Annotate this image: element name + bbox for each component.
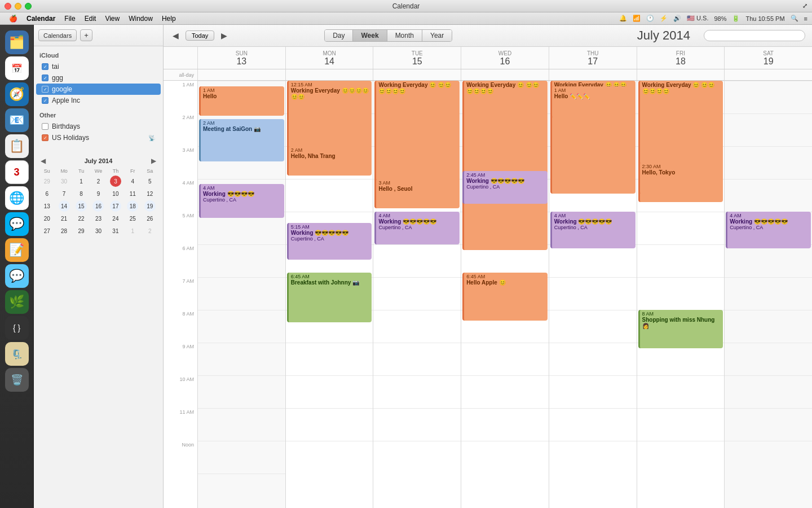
mini-day-22[interactable]: 22 (76, 213, 87, 224)
event-mon-breakfast[interactable]: 6:45 AM Breakfast with Johnny 📷 (287, 273, 372, 322)
sidebar-item-birthdays[interactable]: Birthdays (36, 121, 161, 132)
event-fri-hello-tokyo[interactable]: 2:30 AM Hello, Tokyo (638, 163, 723, 194)
mini-day-13[interactable]: 13 (41, 200, 52, 212)
dock-skype[interactable]: 💬 (5, 212, 29, 236)
tab-day[interactable]: Day (325, 30, 353, 41)
mini-day-16[interactable]: 16 (92, 200, 104, 212)
calendars-button[interactable]: Calendars (38, 29, 77, 41)
event-sat-working-purple[interactable]: 4 AM Working 😎😎😎😎😎 Cupertino , CA (726, 212, 811, 248)
mini-day-29b[interactable]: 29 (76, 225, 87, 237)
event-mon-working-purple[interactable]: 5:15 AM Working 😎😎😎😎😎 Cupertino , CA (287, 223, 372, 260)
google-checkbox[interactable] (42, 86, 48, 93)
mini-day-23[interactable]: 23 (92, 213, 104, 224)
mini-day-17[interactable]: 17 (110, 200, 121, 212)
us-holidays-checkbox[interactable] (42, 134, 48, 141)
day-col-sat[interactable]: 4 AM Working 😎😎😎😎😎 Cupertino , CA (724, 81, 812, 508)
birthdays-checkbox[interactable] (42, 123, 48, 130)
dock-chrome[interactable]: 🌐 (5, 186, 29, 210)
event-fri-shopping[interactable]: 8 AM Shopping with miss Nhung 👩 (638, 310, 723, 348)
add-calendar-button[interactable]: + (80, 29, 92, 41)
day-header-sat[interactable]: Sat 19 (724, 47, 812, 69)
mini-day-14[interactable]: 14 (59, 200, 70, 212)
view-menu[interactable]: View (100, 15, 124, 23)
mini-day-28[interactable]: 28 (59, 225, 70, 237)
tab-month[interactable]: Month (387, 30, 422, 41)
dock-leaf[interactable]: 🌿 (5, 290, 29, 314)
day-header-fri[interactable]: Fri 18 (637, 47, 725, 69)
sidebar-item-google[interactable]: google (36, 84, 161, 95)
mini-day-10[interactable]: 10 (110, 188, 121, 199)
mini-day-18[interactable]: 18 (127, 200, 138, 212)
apple-inc-checkbox[interactable] (42, 97, 48, 104)
mini-day-1b[interactable]: 1 (127, 225, 138, 237)
mini-day-30[interactable]: 30 (59, 176, 70, 187)
mini-day-7[interactable]: 7 (59, 188, 70, 199)
list-icon[interactable]: ≡ (804, 15, 807, 22)
sidebar-item-apple-inc[interactable]: Apple Inc (36, 95, 161, 106)
close-button[interactable] (5, 3, 11, 10)
dock-safari[interactable]: 🧭 (5, 82, 29, 106)
mini-day-9[interactable]: 9 (92, 188, 104, 199)
mini-day-25[interactable]: 25 (127, 213, 138, 224)
mini-day-24[interactable]: 24 (110, 213, 121, 224)
event-thu-working-purple[interactable]: 4 AM Working 😎😎😎😎😎 Cupertino , CA (550, 212, 636, 248)
mini-prev-button[interactable]: ◀ (38, 157, 48, 165)
dock-finder[interactable]: 🗂️ (5, 30, 29, 54)
mini-next-button[interactable]: ▶ (149, 157, 158, 165)
help-menu[interactable]: Help (157, 15, 180, 23)
event-tue-hello-seuol[interactable]: 3 AM Hello , Seuol (374, 179, 460, 208)
all-day-sat[interactable] (724, 69, 812, 80)
dock-mail[interactable]: 📧 (5, 108, 29, 132)
all-day-fri[interactable] (637, 69, 725, 80)
all-day-sun[interactable] (197, 69, 285, 80)
minimize-button[interactable] (15, 3, 21, 10)
prev-week-button[interactable]: ◀ (170, 31, 181, 40)
event-mon-hello-nhatrang[interactable]: 2 AM Hello, Nha Trang (287, 146, 372, 176)
dock-sublime[interactable]: 📝 (5, 238, 29, 262)
mini-day-15[interactable]: 15 (76, 200, 87, 212)
mini-day-3[interactable]: 3 (110, 176, 121, 187)
sidebar-item-tai[interactable]: tai (36, 61, 161, 72)
day-col-wed[interactable]: Working Everyday 😊 😊😊😊😊😊😊 2:45 AM Workin… (461, 81, 549, 508)
day-col-tue[interactable]: Working Everyday 😊 😊😊😊😊😊😊 3 AM Hello , S… (373, 81, 461, 508)
mini-day-2b[interactable]: 2 (144, 225, 156, 237)
mini-day-5[interactable]: 5 (144, 176, 156, 187)
all-day-mon[interactable] (285, 69, 373, 80)
mini-day-19[interactable]: 19 (144, 200, 156, 212)
dock-messages[interactable]: 💬 (5, 264, 29, 288)
dock-calendar[interactable]: 📅 (5, 56, 29, 80)
today-button[interactable]: Today (186, 30, 214, 41)
maximize-button[interactable] (25, 3, 32, 10)
mini-day-1[interactable]: 1 (76, 176, 87, 187)
event-wed-hello-apple[interactable]: 6:45 AM Hello Apple 😊 (462, 273, 548, 321)
day-header-thu[interactable]: Thu 17 (549, 47, 637, 69)
mini-day-20[interactable]: 20 (41, 213, 52, 224)
mini-day-21[interactable]: 21 (59, 213, 70, 224)
search-input[interactable] (704, 30, 805, 41)
tai-checkbox[interactable] (42, 63, 48, 70)
app-menu[interactable]: Calendar (22, 15, 60, 23)
mini-day-4[interactable]: 4 (127, 176, 138, 187)
mini-day-2[interactable]: 2 (92, 176, 104, 187)
tab-year[interactable]: Year (422, 30, 452, 41)
traffic-lights[interactable] (5, 3, 32, 10)
event-sun-working[interactable]: 4 AM Working 😎😎😎😎 Cupertino , CA (199, 184, 284, 218)
mini-day-6[interactable]: 6 (41, 188, 52, 199)
all-day-thu[interactable] (549, 69, 637, 80)
event-sun-hello[interactable]: 1 AM Hello (199, 86, 284, 116)
mini-day-27[interactable]: 27 (41, 225, 52, 237)
all-day-tue[interactable] (373, 69, 461, 80)
day-col-sun[interactable]: 1 AM Hello 2 AM Meeting at SaiGon 📷 4 AM… (197, 81, 285, 508)
event-thu-hello[interactable]: 1 AM Hello ✏️✏️✏️ (550, 86, 636, 117)
day-col-thu[interactable]: Working Everyday 😊 😊😊😊😊😊😊 1 AM Hello ✏️✏… (549, 81, 637, 508)
mini-day-30b[interactable]: 30 (92, 225, 104, 237)
mini-day-11[interactable]: 11 (127, 188, 138, 199)
mini-day-12[interactable]: 12 (144, 188, 156, 199)
event-tue-working-purple[interactable]: 4 AM Working 😎😎😎😎😎 Cupertino , CA (374, 212, 460, 244)
sidebar-item-us-holidays[interactable]: US Holidays 📡 (36, 132, 161, 143)
day-header-mon[interactable]: Mon 14 (285, 47, 373, 69)
dock-archiver[interactable]: 🗜️ (5, 342, 29, 366)
file-menu[interactable]: File (60, 15, 80, 23)
mini-day-26[interactable]: 26 (144, 213, 156, 224)
ggg-checkbox[interactable] (42, 75, 48, 81)
